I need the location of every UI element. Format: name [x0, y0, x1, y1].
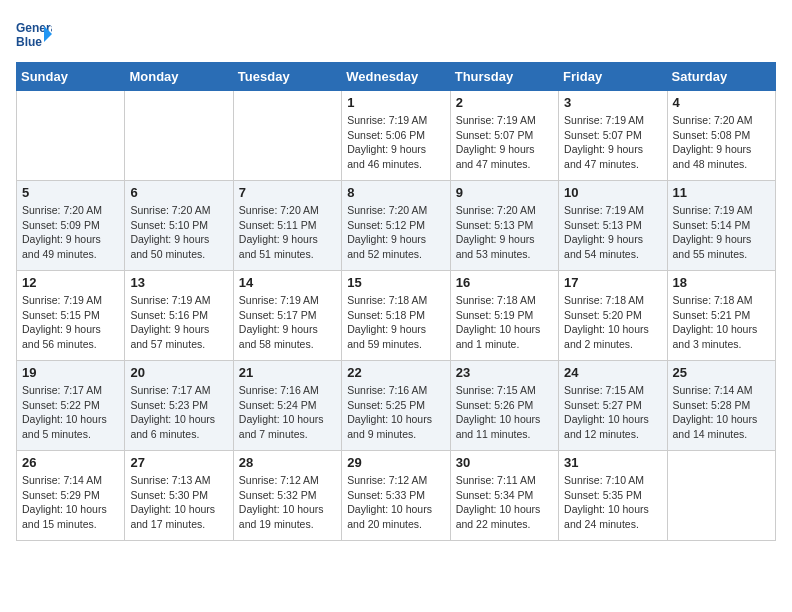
calendar-cell: 18Sunrise: 7:18 AM Sunset: 5:21 PM Dayli… [667, 271, 775, 361]
day-number: 13 [130, 275, 227, 290]
day-number: 4 [673, 95, 770, 110]
calendar-cell: 28Sunrise: 7:12 AM Sunset: 5:32 PM Dayli… [233, 451, 341, 541]
calendar-cell: 21Sunrise: 7:16 AM Sunset: 5:24 PM Dayli… [233, 361, 341, 451]
day-number: 7 [239, 185, 336, 200]
day-number: 23 [456, 365, 553, 380]
day-info: Sunrise: 7:10 AM Sunset: 5:35 PM Dayligh… [564, 473, 661, 532]
calendar-cell: 27Sunrise: 7:13 AM Sunset: 5:30 PM Dayli… [125, 451, 233, 541]
day-number: 9 [456, 185, 553, 200]
day-info: Sunrise: 7:19 AM Sunset: 5:07 PM Dayligh… [456, 113, 553, 172]
calendar-cell: 19Sunrise: 7:17 AM Sunset: 5:22 PM Dayli… [17, 361, 125, 451]
calendar-cell: 8Sunrise: 7:20 AM Sunset: 5:12 PM Daylig… [342, 181, 450, 271]
calendar-cell: 2Sunrise: 7:19 AM Sunset: 5:07 PM Daylig… [450, 91, 558, 181]
day-info: Sunrise: 7:18 AM Sunset: 5:19 PM Dayligh… [456, 293, 553, 352]
calendar-header-row: SundayMondayTuesdayWednesdayThursdayFrid… [17, 63, 776, 91]
day-info: Sunrise: 7:19 AM Sunset: 5:06 PM Dayligh… [347, 113, 444, 172]
day-number: 17 [564, 275, 661, 290]
day-info: Sunrise: 7:12 AM Sunset: 5:33 PM Dayligh… [347, 473, 444, 532]
day-info: Sunrise: 7:19 AM Sunset: 5:07 PM Dayligh… [564, 113, 661, 172]
calendar-week-row: 1Sunrise: 7:19 AM Sunset: 5:06 PM Daylig… [17, 91, 776, 181]
day-number: 11 [673, 185, 770, 200]
day-info: Sunrise: 7:20 AM Sunset: 5:12 PM Dayligh… [347, 203, 444, 262]
day-number: 12 [22, 275, 119, 290]
calendar-cell [233, 91, 341, 181]
calendar-cell: 30Sunrise: 7:11 AM Sunset: 5:34 PM Dayli… [450, 451, 558, 541]
day-number: 25 [673, 365, 770, 380]
day-number: 29 [347, 455, 444, 470]
calendar-cell: 26Sunrise: 7:14 AM Sunset: 5:29 PM Dayli… [17, 451, 125, 541]
day-info: Sunrise: 7:13 AM Sunset: 5:30 PM Dayligh… [130, 473, 227, 532]
calendar-cell [667, 451, 775, 541]
calendar-cell: 7Sunrise: 7:20 AM Sunset: 5:11 PM Daylig… [233, 181, 341, 271]
day-number: 5 [22, 185, 119, 200]
day-number: 22 [347, 365, 444, 380]
day-info: Sunrise: 7:20 AM Sunset: 5:09 PM Dayligh… [22, 203, 119, 262]
day-info: Sunrise: 7:14 AM Sunset: 5:29 PM Dayligh… [22, 473, 119, 532]
calendar-cell: 15Sunrise: 7:18 AM Sunset: 5:18 PM Dayli… [342, 271, 450, 361]
calendar-cell: 13Sunrise: 7:19 AM Sunset: 5:16 PM Dayli… [125, 271, 233, 361]
day-number: 19 [22, 365, 119, 380]
calendar-week-row: 19Sunrise: 7:17 AM Sunset: 5:22 PM Dayli… [17, 361, 776, 451]
calendar-cell: 14Sunrise: 7:19 AM Sunset: 5:17 PM Dayli… [233, 271, 341, 361]
calendar-cell: 16Sunrise: 7:18 AM Sunset: 5:19 PM Dayli… [450, 271, 558, 361]
calendar-cell: 1Sunrise: 7:19 AM Sunset: 5:06 PM Daylig… [342, 91, 450, 181]
day-info: Sunrise: 7:12 AM Sunset: 5:32 PM Dayligh… [239, 473, 336, 532]
day-info: Sunrise: 7:16 AM Sunset: 5:25 PM Dayligh… [347, 383, 444, 442]
day-header-tuesday: Tuesday [233, 63, 341, 91]
calendar-cell: 11Sunrise: 7:19 AM Sunset: 5:14 PM Dayli… [667, 181, 775, 271]
day-info: Sunrise: 7:20 AM Sunset: 5:13 PM Dayligh… [456, 203, 553, 262]
day-number: 26 [22, 455, 119, 470]
day-info: Sunrise: 7:20 AM Sunset: 5:10 PM Dayligh… [130, 203, 227, 262]
day-info: Sunrise: 7:18 AM Sunset: 5:18 PM Dayligh… [347, 293, 444, 352]
calendar-cell: 9Sunrise: 7:20 AM Sunset: 5:13 PM Daylig… [450, 181, 558, 271]
calendar-cell: 4Sunrise: 7:20 AM Sunset: 5:08 PM Daylig… [667, 91, 775, 181]
day-number: 14 [239, 275, 336, 290]
calendar-cell: 12Sunrise: 7:19 AM Sunset: 5:15 PM Dayli… [17, 271, 125, 361]
day-number: 3 [564, 95, 661, 110]
day-info: Sunrise: 7:15 AM Sunset: 5:27 PM Dayligh… [564, 383, 661, 442]
day-number: 21 [239, 365, 336, 380]
day-header-saturday: Saturday [667, 63, 775, 91]
calendar-week-row: 26Sunrise: 7:14 AM Sunset: 5:29 PM Dayli… [17, 451, 776, 541]
day-header-sunday: Sunday [17, 63, 125, 91]
day-info: Sunrise: 7:19 AM Sunset: 5:17 PM Dayligh… [239, 293, 336, 352]
calendar-week-row: 12Sunrise: 7:19 AM Sunset: 5:15 PM Dayli… [17, 271, 776, 361]
calendar-cell [125, 91, 233, 181]
day-info: Sunrise: 7:19 AM Sunset: 5:16 PM Dayligh… [130, 293, 227, 352]
calendar-cell: 20Sunrise: 7:17 AM Sunset: 5:23 PM Dayli… [125, 361, 233, 451]
calendar-cell: 23Sunrise: 7:15 AM Sunset: 5:26 PM Dayli… [450, 361, 558, 451]
day-number: 8 [347, 185, 444, 200]
day-number: 15 [347, 275, 444, 290]
day-info: Sunrise: 7:19 AM Sunset: 5:14 PM Dayligh… [673, 203, 770, 262]
day-number: 31 [564, 455, 661, 470]
day-number: 10 [564, 185, 661, 200]
day-info: Sunrise: 7:20 AM Sunset: 5:08 PM Dayligh… [673, 113, 770, 172]
calendar-table: SundayMondayTuesdayWednesdayThursdayFrid… [16, 62, 776, 541]
day-info: Sunrise: 7:16 AM Sunset: 5:24 PM Dayligh… [239, 383, 336, 442]
calendar-cell: 22Sunrise: 7:16 AM Sunset: 5:25 PM Dayli… [342, 361, 450, 451]
calendar-cell: 6Sunrise: 7:20 AM Sunset: 5:10 PM Daylig… [125, 181, 233, 271]
day-number: 24 [564, 365, 661, 380]
day-info: Sunrise: 7:17 AM Sunset: 5:22 PM Dayligh… [22, 383, 119, 442]
day-number: 2 [456, 95, 553, 110]
day-info: Sunrise: 7:18 AM Sunset: 5:21 PM Dayligh… [673, 293, 770, 352]
day-header-monday: Monday [125, 63, 233, 91]
day-number: 6 [130, 185, 227, 200]
day-info: Sunrise: 7:14 AM Sunset: 5:28 PM Dayligh… [673, 383, 770, 442]
day-info: Sunrise: 7:19 AM Sunset: 5:15 PM Dayligh… [22, 293, 119, 352]
day-header-thursday: Thursday [450, 63, 558, 91]
day-header-friday: Friday [559, 63, 667, 91]
svg-text:Blue: Blue [16, 35, 42, 49]
day-info: Sunrise: 7:15 AM Sunset: 5:26 PM Dayligh… [456, 383, 553, 442]
calendar-cell: 5Sunrise: 7:20 AM Sunset: 5:09 PM Daylig… [17, 181, 125, 271]
calendar-week-row: 5Sunrise: 7:20 AM Sunset: 5:09 PM Daylig… [17, 181, 776, 271]
logo-text-block: General Blue [16, 16, 52, 52]
day-info: Sunrise: 7:18 AM Sunset: 5:20 PM Dayligh… [564, 293, 661, 352]
calendar-cell: 3Sunrise: 7:19 AM Sunset: 5:07 PM Daylig… [559, 91, 667, 181]
page-header: General Blue [16, 16, 776, 52]
calendar-cell: 25Sunrise: 7:14 AM Sunset: 5:28 PM Dayli… [667, 361, 775, 451]
day-number: 30 [456, 455, 553, 470]
calendar-cell: 10Sunrise: 7:19 AM Sunset: 5:13 PM Dayli… [559, 181, 667, 271]
day-number: 18 [673, 275, 770, 290]
calendar-cell [17, 91, 125, 181]
